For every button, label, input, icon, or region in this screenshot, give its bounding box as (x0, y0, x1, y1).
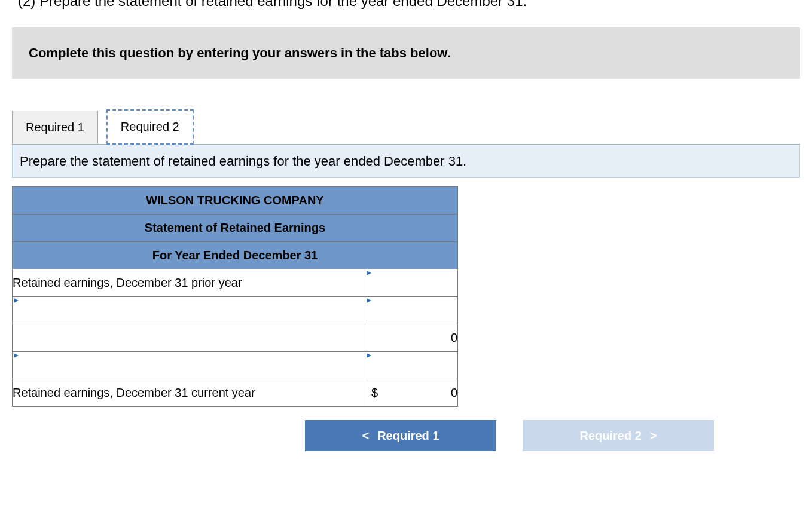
tab-subprompt: Prepare the statement of retained earnin… (12, 145, 800, 178)
tab-required-1[interactable]: Required 1 (12, 111, 98, 145)
tab-required-2[interactable]: Required 2 (106, 109, 194, 145)
dropdown-triangle-icon (14, 353, 19, 358)
row5-label: Retained earnings, December 31 current y… (13, 379, 365, 407)
row5-value-total: $0 (365, 379, 458, 407)
row3-label (13, 324, 365, 352)
table-row: Retained earnings, December 31 prior yea… (13, 269, 458, 297)
table-row (13, 297, 458, 324)
nav-row: < Required 1 Required 2 > (305, 420, 800, 451)
row2-label-input[interactable] (13, 297, 365, 324)
currency-symbol: $ (365, 386, 378, 400)
dropdown-triangle-icon (367, 353, 371, 358)
row4-value-input[interactable] (365, 352, 458, 379)
table-row (13, 352, 458, 379)
sheet-header-title: Statement of Retained Earnings (13, 215, 458, 242)
dropdown-triangle-icon (367, 271, 371, 275)
chevron-left-icon: < (362, 429, 369, 443)
sheet-header-company: WILSON TRUCKING COMPANY (13, 187, 458, 215)
tabs-row: Required 1 Required 2 (12, 91, 800, 145)
prev-button-label: Required 1 (377, 429, 439, 443)
chevron-right-icon: > (650, 429, 657, 443)
question-prompt-partial: (2) Prepare the statement of retained ea… (12, 0, 800, 10)
row1-label: Retained earnings, December 31 prior yea… (13, 269, 365, 297)
row3-value-computed: 0 (365, 324, 458, 352)
worksheet-table: WILSON TRUCKING COMPANY Statement of Ret… (12, 186, 458, 407)
dropdown-triangle-icon (14, 298, 19, 303)
row1-value-input[interactable] (365, 269, 458, 297)
sheet-header-period: For Year Ended December 31 (13, 242, 458, 269)
next-button-label: Required 2 (579, 429, 641, 443)
instruction-banner: Complete this question by entering your … (12, 27, 800, 79)
next-button[interactable]: Required 2 > (523, 420, 714, 451)
row2-value-input[interactable] (365, 297, 458, 324)
prev-button[interactable]: < Required 1 (305, 420, 496, 451)
dropdown-triangle-icon (367, 298, 371, 303)
table-row: 0 (13, 324, 458, 352)
table-row: Retained earnings, December 31 current y… (13, 379, 458, 407)
row4-label-input[interactable] (13, 352, 365, 379)
